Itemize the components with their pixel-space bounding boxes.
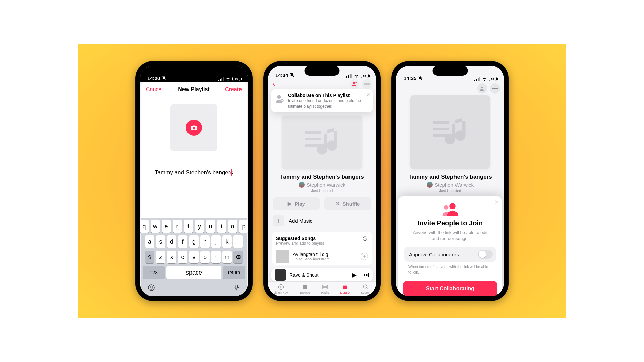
emoji-icon	[147, 284, 155, 292]
key-s[interactable]: s	[156, 235, 165, 248]
music-note-icon	[428, 115, 472, 149]
svg-rect-35	[478, 78, 479, 81]
key-t[interactable]: t	[184, 220, 193, 233]
modal-title: New Playlist	[178, 86, 209, 93]
key-f[interactable]: f	[178, 235, 187, 248]
playlist-owner[interactable]: Stephen Warwick	[268, 182, 376, 188]
backspace-key[interactable]	[233, 251, 243, 263]
playlist-name-input[interactable]: Tammy and Stephen's bangers	[151, 169, 236, 178]
key-w[interactable]: w	[151, 220, 160, 233]
status-bar: 14:34 55	[268, 66, 376, 79]
approve-label: Approve Collaborators	[409, 252, 459, 257]
tooltip-title: Collaborate on This Playlist	[288, 93, 369, 98]
emoji-button[interactable]	[147, 284, 155, 293]
key-k[interactable]: k	[222, 235, 232, 248]
svg-rect-36	[479, 77, 480, 81]
svg-point-31	[363, 285, 367, 288]
create-button[interactable]: Create	[225, 86, 242, 93]
dictate-button[interactable]	[233, 284, 240, 293]
battery-icon: 55	[489, 77, 497, 81]
tab-listen-now[interactable]: Listen Now	[274, 284, 289, 294]
start-collaborating-button[interactable]: Start Collaborating	[403, 281, 497, 296]
key-o[interactable]: o	[228, 220, 237, 233]
collaborate-button[interactable]	[477, 83, 487, 94]
person-add-icon	[352, 81, 357, 87]
svg-rect-25	[305, 285, 307, 287]
add-music-button[interactable]: ＋	[273, 215, 284, 226]
svg-rect-11	[348, 75, 349, 78]
key-v[interactable]: v	[189, 251, 199, 263]
key-z[interactable]: z	[156, 251, 165, 263]
key-l[interactable]: l	[233, 235, 243, 248]
cancel-button[interactable]: Cancel	[146, 86, 163, 93]
svg-point-5	[148, 285, 154, 291]
grid-icon	[301, 284, 309, 290]
key-u[interactable]: u	[206, 220, 215, 233]
back-button[interactable]: ‹	[272, 80, 275, 88]
tab-library[interactable]: Library	[340, 284, 350, 294]
svg-rect-1	[218, 80, 219, 81]
key-i[interactable]: i	[217, 220, 226, 233]
key-n[interactable]: n	[211, 251, 221, 263]
collaborate-button[interactable]	[349, 79, 359, 89]
invite-sheet: ✕ Invite People to Join Anyone with the …	[398, 196, 502, 294]
status-time: 14:35	[404, 75, 416, 81]
svg-point-18	[277, 95, 281, 99]
artwork-well[interactable]	[170, 104, 217, 151]
key-m[interactable]: m	[222, 251, 232, 263]
shift-key[interactable]	[145, 251, 154, 263]
wifi-icon	[482, 77, 487, 81]
playlist-title: Tammy and Stephen's bangers	[268, 174, 376, 180]
key-g[interactable]: g	[189, 235, 199, 248]
key-h[interactable]: h	[200, 235, 210, 248]
svg-rect-26	[303, 287, 305, 289]
key-c[interactable]: c	[178, 251, 187, 263]
key-e[interactable]: e	[162, 220, 171, 233]
key-a[interactable]: a	[145, 235, 154, 248]
suggested-song-row[interactable]: Av längtan till dig Cajsa Stina Åkerströ…	[276, 250, 368, 263]
cellular-icon	[346, 74, 352, 78]
song-artwork	[276, 250, 289, 263]
key-p[interactable]: p	[239, 220, 248, 233]
ellipsis-icon	[492, 88, 498, 89]
key-y[interactable]: y	[195, 220, 204, 233]
camera-button[interactable]	[186, 120, 202, 136]
key-q[interactable]: q	[140, 220, 149, 233]
phone-playlist-view: 14:34 55 ‹	[263, 61, 381, 301]
playlist-artwork	[282, 116, 362, 169]
svg-point-28	[325, 286, 326, 287]
space-key[interactable]: space	[166, 266, 221, 279]
keyboard[interactable]: q w e r t y u i o p a s d f g h	[141, 218, 247, 296]
approve-toggle[interactable]	[478, 250, 493, 259]
key-r[interactable]: r	[173, 220, 182, 233]
key-b[interactable]: b	[200, 251, 210, 263]
tab-search[interactable]: Search	[361, 284, 371, 294]
close-button[interactable]: ✕	[494, 199, 499, 205]
playlist-owner[interactable]: Stephen Warwick	[396, 182, 504, 188]
forward-button[interactable]: ⏭	[363, 271, 369, 279]
more-button[interactable]	[362, 79, 372, 89]
numbers-key[interactable]: 123	[143, 266, 165, 279]
add-song-button[interactable]: ＋	[361, 253, 368, 260]
more-button[interactable]	[490, 83, 500, 94]
shuffle-button[interactable]: ⤮Shuffle	[324, 197, 371, 210]
svg-point-44	[449, 203, 456, 209]
shuffle-icon: ⤮	[336, 201, 340, 207]
key-j[interactable]: j	[211, 235, 221, 248]
tab-radio[interactable]: Radio	[321, 284, 329, 294]
play-button[interactable]: ▶Play	[273, 197, 320, 210]
key-d[interactable]: d	[167, 235, 176, 248]
key-x[interactable]: x	[167, 251, 176, 263]
svg-point-38	[492, 88, 494, 89]
play-button-small[interactable]: ▶	[352, 271, 357, 279]
refresh-button[interactable]	[362, 236, 368, 243]
approve-collaborators-row[interactable]: Approve Collaborators	[404, 247, 496, 262]
return-key[interactable]: return	[223, 266, 245, 279]
person-add-icon	[275, 94, 284, 104]
tooltip-close-button[interactable]: ×	[366, 91, 370, 98]
status-time: 14:34	[275, 72, 288, 78]
svg-rect-30	[343, 286, 347, 289]
mic-icon	[233, 284, 240, 292]
tab-browse[interactable]: Browse	[300, 284, 310, 294]
now-playing-bar[interactable]: Rave & Shout ▶ ⏭	[271, 268, 373, 281]
